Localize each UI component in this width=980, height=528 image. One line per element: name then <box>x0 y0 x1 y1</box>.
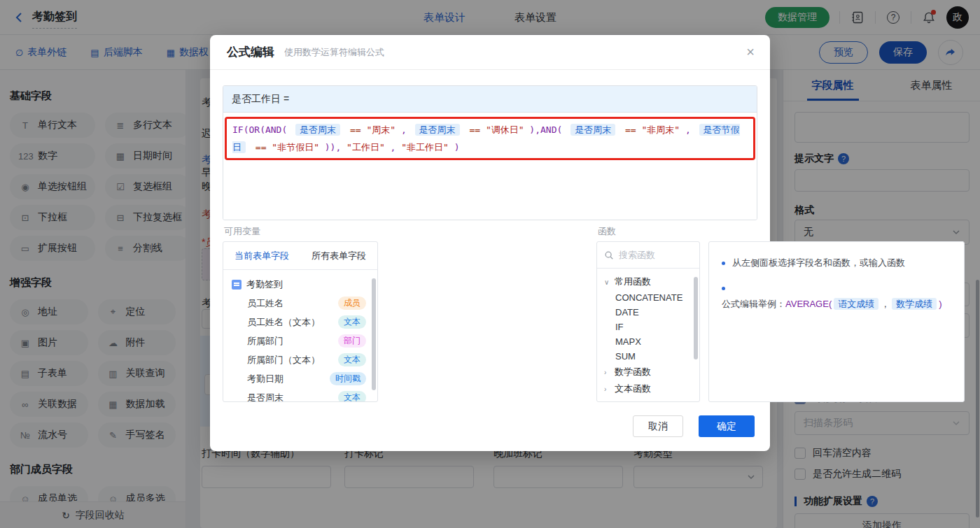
modal-header: 公式编辑 使用数学运算符编辑公式 <box>210 35 770 70</box>
modal-title: 公式编辑 <box>227 44 274 60</box>
formula-expression-highlight[interactable]: IF(OR(AND( 是否周末 == "周末" , 是否周末 == "调休日" <box>225 117 755 160</box>
function-item[interactable]: DATE <box>597 305 699 320</box>
variable-name: 员工姓名（文本） <box>247 316 320 329</box>
variable-row[interactable]: 所属部门 部门 <box>223 331 377 350</box>
formula-token: == <box>255 142 267 152</box>
function-item[interactable]: IF <box>597 320 699 334</box>
variable-row[interactable]: 员工姓名（文本） 文本 <box>223 313 377 331</box>
function-group-math[interactable]: › 数学函数 <box>597 364 699 380</box>
variable-rows: 员工姓名 成员 员工姓名（文本） 文本 所属部门 部门 <box>223 294 377 402</box>
variable-row[interactable]: 是否周末 文本 <box>223 388 377 402</box>
formula-token: "周末" <box>366 124 396 135</box>
formula-token: "非工作日" <box>401 142 449 152</box>
formula-token: ),AND( <box>529 124 562 135</box>
function-group-text[interactable]: › 文本函数 <box>597 380 699 397</box>
variable-type-badge: 成员 <box>338 297 366 310</box>
variable-row[interactable]: 所属部门（文本） 文本 <box>223 350 377 369</box>
variable-name: 是否周末 <box>247 392 284 403</box>
formula-token: "工作日" <box>346 142 385 152</box>
functions-scrollbar[interactable] <box>694 277 698 359</box>
variables-section-label: 可用变量 <box>224 225 260 238</box>
function-tree: ∨ 常用函数 CONCATENATE DATE IF MAPX SUM <box>597 269 699 402</box>
help-example: 公式编辑举例：AVERAGE(语文成绩，数学成绩) <box>722 297 942 311</box>
functions-panel: 搜索函数 ∨ 常用函数 CONCATENATE DATE IF MAPX <box>596 241 700 402</box>
function-item[interactable]: CONCATENATE <box>597 290 699 305</box>
function-group-common[interactable]: ∨ 常用函数 <box>597 273 699 290</box>
formula-input-area[interactable]: IF(OR(AND( 是否周末 == "周末" , 是否周末 == "调休日" <box>223 113 757 220</box>
modal-subtitle: 使用数学运算符编辑公式 <box>284 46 384 59</box>
help-example-prefix: 公式编辑举例： <box>722 299 785 309</box>
formula-target-label: 是否工作日 = <box>223 86 757 113</box>
caret-right-icon: › <box>604 385 611 393</box>
function-group-label: 文本函数 <box>615 383 651 395</box>
cancel-button[interactable]: 取消 <box>633 415 683 437</box>
formula-token: 是否周末 <box>415 124 460 136</box>
help-example-chip: 数学成绩 <box>892 298 937 310</box>
variable-type-badge: 时间戳 <box>330 372 366 385</box>
bullet-icon <box>722 287 725 290</box>
formula-token: 是否周末 <box>570 124 615 136</box>
search-icon <box>604 250 614 260</box>
help-example-comma: ， <box>881 299 890 309</box>
variable-name: 所属部门 <box>247 335 284 348</box>
formula-edit-modal: 公式编辑 使用数学运算符编辑公式 × 是否工作日 = IF(OR(AND( 是否… <box>210 35 770 451</box>
formula-token: == <box>469 124 480 135</box>
formula-token: == <box>350 124 361 135</box>
function-items: CONCATENATE DATE IF MAPX SUM <box>597 290 699 364</box>
function-item[interactable]: MAPX <box>597 334 699 349</box>
help-bullet-2: 公式编辑举例：AVERAGE(语文成绩，数学成绩) <box>722 281 951 311</box>
form-root-label: 考勤签到 <box>246 278 283 291</box>
app-root: 考勤签到 表单设计 表单设置 数据管理 ? 政 <box>0 0 980 528</box>
formula-token: "非节假日" <box>272 142 319 152</box>
formula-token: , <box>391 142 396 152</box>
modal-footer: 取消 确定 <box>633 415 755 437</box>
formula-token: IF(OR(AND( <box>232 124 287 135</box>
formula-token: )), <box>325 142 341 152</box>
form-doc-icon <box>232 280 241 290</box>
confirm-button[interactable]: 确定 <box>699 415 755 437</box>
variable-name: 所属部门（文本） <box>247 354 320 366</box>
formula-token: , <box>401 124 407 135</box>
formula-token: 是否周末 <box>295 124 340 136</box>
functions-section-label: 函数 <box>598 225 616 238</box>
help-example-close: ) <box>939 299 941 309</box>
variable-type-badge: 文本 <box>338 353 366 366</box>
variable-name: 考勤日期 <box>247 373 284 385</box>
formula-token: "非周末" <box>641 124 680 135</box>
formula-token: , <box>685 124 691 135</box>
help-example-function: AVERAGE( <box>785 299 832 309</box>
variables-list: 考勤签到 员工姓名 成员 员工姓名（文本） 文本 <box>223 270 377 402</box>
formula-token: "调休日" <box>486 124 524 135</box>
variables-tabs: 当前表单字段 所有表单字段 <box>223 242 377 270</box>
variables-panel: 当前表单字段 所有表单字段 考勤签到 员工姓名 成员 <box>223 241 378 402</box>
help-example-chip: 语文成绩 <box>834 298 878 310</box>
variable-row[interactable]: 考勤日期 时间戳 <box>223 369 377 388</box>
caret-right-icon: › <box>604 369 611 376</box>
variable-type-badge: 文本 <box>338 315 366 329</box>
help-bullet-1: 从左侧面板选择字段名和函数，或输入函数 <box>722 256 951 270</box>
close-icon[interactable]: × <box>746 45 755 59</box>
help-panel: 从左侧面板选择字段名和函数，或输入函数 公式编辑举例：AVERAGE(语文成绩，… <box>708 241 965 402</box>
variable-name: 员工姓名 <box>247 297 284 310</box>
formula-token: ) <box>454 142 460 152</box>
function-search[interactable]: 搜索函数 <box>597 242 699 269</box>
tab-current-form-fields[interactable]: 当前表单字段 <box>223 242 300 269</box>
function-group-label: 数学函数 <box>615 366 651 378</box>
bullet-icon <box>722 262 725 265</box>
function-group-label: 常用函数 <box>615 276 651 288</box>
variable-row[interactable]: 员工姓名 成员 <box>223 294 377 313</box>
search-placeholder: 搜索函数 <box>619 249 655 262</box>
function-item[interactable]: SUM <box>597 349 699 364</box>
caret-down-icon: ∨ <box>604 278 611 286</box>
tab-all-form-fields[interactable]: 所有表单字段 <box>300 242 377 269</box>
form-root-node[interactable]: 考勤签到 <box>223 276 377 294</box>
formula-token: == <box>625 124 636 135</box>
variable-type-badge: 文本 <box>338 391 366 402</box>
variable-type-badge: 部门 <box>338 334 366 348</box>
formula-editor: 是否工作日 = IF(OR(AND( 是否周末 == "周末" , 是否周 <box>223 85 757 220</box>
variables-scrollbar[interactable] <box>372 278 376 390</box>
help-text: 从左侧面板选择字段名和函数，或输入函数 <box>732 256 905 270</box>
